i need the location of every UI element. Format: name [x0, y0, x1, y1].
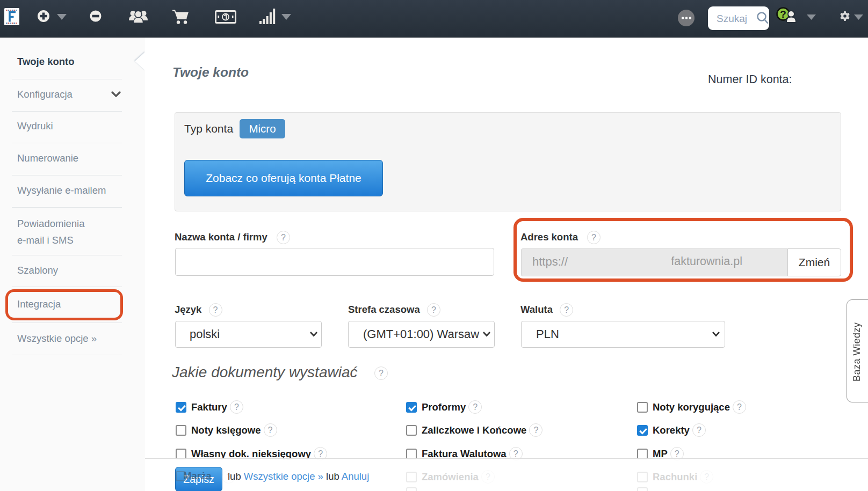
svg-text:?: ?	[780, 9, 786, 20]
